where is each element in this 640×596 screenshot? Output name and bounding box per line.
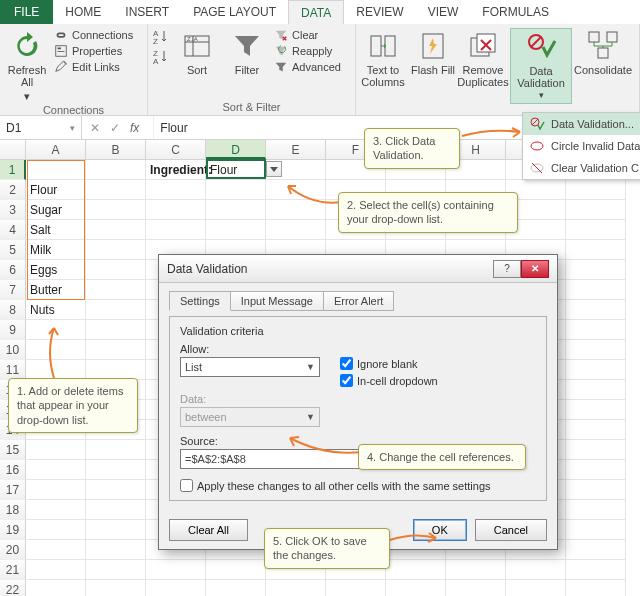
cell[interactable]	[206, 200, 266, 220]
cell[interactable]	[566, 280, 626, 300]
cell[interactable]	[326, 580, 386, 596]
cell[interactable]	[206, 180, 266, 200]
cell[interactable]	[86, 560, 146, 580]
row-header[interactable]: 20	[0, 540, 26, 560]
cell[interactable]	[86, 220, 146, 240]
cell[interactable]	[86, 160, 146, 180]
row-header[interactable]: 4	[0, 220, 26, 240]
cell[interactable]	[86, 440, 146, 460]
cell[interactable]: Nuts	[26, 300, 86, 320]
cell[interactable]	[86, 200, 146, 220]
cell[interactable]	[566, 380, 626, 400]
cancel-button[interactable]: Cancel	[475, 519, 547, 541]
cell[interactable]	[506, 580, 566, 596]
allow-combo[interactable]: List▼	[180, 357, 320, 377]
cell[interactable]	[26, 360, 86, 380]
cell[interactable]: Ingredient:	[146, 160, 206, 180]
dialog-tab-settings[interactable]: Settings	[169, 291, 231, 311]
dialog-tab-input-message[interactable]: Input Message	[230, 291, 324, 311]
cell[interactable]	[566, 520, 626, 540]
cancel-entry-icon[interactable]: ✕	[90, 121, 100, 135]
tab-view[interactable]: VIEW	[416, 0, 471, 24]
cell[interactable]	[86, 540, 146, 560]
cell[interactable]	[26, 340, 86, 360]
cell[interactable]	[146, 200, 206, 220]
tab-data[interactable]: DATA	[288, 0, 344, 24]
cell[interactable]	[26, 500, 86, 520]
cell[interactable]	[566, 580, 626, 596]
cell[interactable]	[146, 580, 206, 596]
close-button[interactable]: ✕	[521, 260, 549, 278]
row-header[interactable]: 17	[0, 480, 26, 500]
row-header[interactable]: 22	[0, 580, 26, 596]
cell[interactable]	[146, 180, 206, 200]
cell[interactable]	[86, 180, 146, 200]
tab-formulas[interactable]: FORMULAS	[470, 0, 561, 24]
cell[interactable]: Milk	[26, 240, 86, 260]
cell[interactable]	[26, 480, 86, 500]
cell[interactable]	[266, 220, 326, 240]
name-box[interactable]: D1▾	[0, 116, 82, 139]
cell[interactable]	[566, 200, 626, 220]
row-header[interactable]: 6	[0, 260, 26, 280]
cell[interactable]	[566, 400, 626, 420]
ok-button[interactable]: OK	[413, 519, 467, 541]
cell[interactable]: Eggs	[26, 260, 86, 280]
tab-review[interactable]: REVIEW	[344, 0, 415, 24]
remove-duplicates-button[interactable]: Remove Duplicates	[460, 28, 506, 90]
cell[interactable]	[86, 520, 146, 540]
cell[interactable]: Sugar	[26, 200, 86, 220]
cell[interactable]	[446, 560, 506, 580]
cell[interactable]	[26, 540, 86, 560]
cell[interactable]	[206, 560, 266, 580]
col-header[interactable]: A	[26, 140, 86, 159]
cell[interactable]	[86, 480, 146, 500]
cell[interactable]	[206, 580, 266, 596]
cell[interactable]	[86, 360, 146, 380]
cell[interactable]	[86, 460, 146, 480]
cell[interactable]: Salt	[26, 220, 86, 240]
menu-clear-validation[interactable]: Clear Validation C	[523, 157, 640, 179]
cell[interactable]	[566, 460, 626, 480]
edit-links-button[interactable]: Edit Links	[54, 60, 133, 74]
cell[interactable]	[386, 560, 446, 580]
row-header[interactable]: 1	[0, 160, 26, 180]
row-header[interactable]: 3	[0, 200, 26, 220]
sort-button[interactable]: Z↓A Sort	[174, 28, 220, 78]
row-header[interactable]: 10	[0, 340, 26, 360]
cell[interactable]	[566, 420, 626, 440]
help-button[interactable]: ?	[493, 260, 521, 278]
cell[interactable]	[86, 280, 146, 300]
properties-button[interactable]: Properties	[54, 44, 133, 58]
cell[interactable]	[566, 320, 626, 340]
cell[interactable]	[26, 560, 86, 580]
cell[interactable]	[266, 200, 326, 220]
dialog-tab-error-alert[interactable]: Error Alert	[323, 291, 395, 311]
cell[interactable]	[86, 500, 146, 520]
cell[interactable]	[566, 540, 626, 560]
cell[interactable]	[566, 360, 626, 380]
cell[interactable]	[566, 340, 626, 360]
cell[interactable]	[26, 520, 86, 540]
cell[interactable]: Flour	[206, 160, 266, 180]
cell[interactable]	[86, 300, 146, 320]
sort-asc-icon[interactable]: AZ	[152, 28, 170, 46]
dialog-titlebar[interactable]: Data Validation ? ✕	[159, 255, 557, 283]
row-header[interactable]: 18	[0, 500, 26, 520]
cell[interactable]	[86, 320, 146, 340]
cell[interactable]	[506, 560, 566, 580]
cell[interactable]	[86, 580, 146, 596]
cell[interactable]	[26, 580, 86, 596]
clear-all-button[interactable]: Clear All	[169, 519, 248, 541]
flash-fill-button[interactable]: Flash Fill	[410, 28, 456, 78]
cell[interactable]	[446, 580, 506, 596]
tab-insert[interactable]: INSERT	[113, 0, 181, 24]
data-validation-button[interactable]: Data Validation▾	[510, 28, 572, 104]
confirm-entry-icon[interactable]: ✓	[110, 121, 120, 135]
cell[interactable]	[566, 240, 626, 260]
cell[interactable]	[26, 160, 86, 180]
col-header[interactable]: C	[146, 140, 206, 159]
cell[interactable]	[566, 260, 626, 280]
fx-icon[interactable]: fx	[130, 121, 139, 135]
tab-page-layout[interactable]: PAGE LAYOUT	[181, 0, 288, 24]
